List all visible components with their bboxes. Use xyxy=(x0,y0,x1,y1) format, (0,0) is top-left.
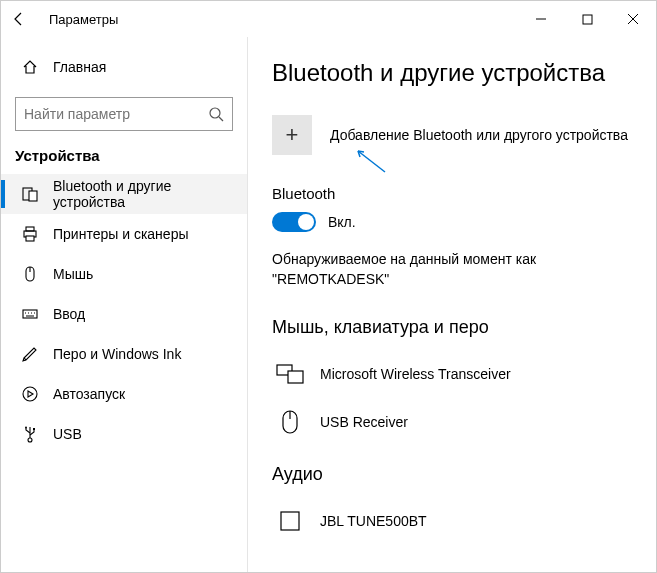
svg-point-20 xyxy=(25,427,27,429)
headphones-icon xyxy=(272,509,308,533)
home-label: Главная xyxy=(53,59,106,75)
toggle-state: Вкл. xyxy=(328,214,356,230)
device-label: Microsoft Wireless Transceiver xyxy=(320,366,511,382)
nav-label: Ввод xyxy=(53,306,85,322)
bluetooth-label: Bluetooth xyxy=(272,185,638,202)
svg-rect-11 xyxy=(23,310,37,318)
svg-point-17 xyxy=(23,387,37,401)
group-audio-title: Аудио xyxy=(272,464,638,485)
arrow-annotation xyxy=(350,147,390,177)
add-device-row[interactable]: + Добавление Bluetooth или другого устро… xyxy=(272,115,638,155)
bluetooth-toggle-row: Вкл. xyxy=(272,212,638,232)
search-icon xyxy=(208,106,224,122)
nav-label: Автозапуск xyxy=(53,386,125,402)
plus-icon: + xyxy=(286,122,299,148)
keyboard-icon xyxy=(19,305,41,323)
device-label: JBL TUNE500BT xyxy=(320,513,427,529)
nav-printers[interactable]: Принтеры и сканеры xyxy=(1,214,247,254)
back-button[interactable] xyxy=(11,11,39,27)
minimize-button[interactable] xyxy=(518,1,564,37)
svg-rect-8 xyxy=(26,236,34,241)
bluetooth-toggle[interactable] xyxy=(272,212,316,232)
svg-rect-27 xyxy=(281,512,299,530)
svg-line-22 xyxy=(358,151,385,172)
nav-label: Принтеры и сканеры xyxy=(53,226,188,242)
svg-point-2 xyxy=(210,108,220,118)
device-item[interactable]: JBL TUNE500BT xyxy=(272,497,638,545)
svg-line-3 xyxy=(219,117,223,121)
nav-bluetooth[interactable]: Bluetooth и другие устройства xyxy=(1,174,247,214)
home-icon xyxy=(19,58,41,76)
nav-label: Bluetooth и другие устройства xyxy=(53,178,247,210)
add-label: Добавление Bluetooth или другого устройс… xyxy=(330,127,628,143)
nav-pen[interactable]: Перо и Windows Ink xyxy=(1,334,247,374)
devices-icon xyxy=(19,185,41,203)
svg-rect-5 xyxy=(29,191,37,201)
svg-rect-21 xyxy=(33,428,35,430)
mouse-device-icon xyxy=(272,409,308,435)
device-label: USB Receiver xyxy=(320,414,408,430)
main-panel: Bluetooth и другие устройства + Добавлен… xyxy=(248,37,656,572)
nav-label: Перо и Windows Ink xyxy=(53,346,181,362)
svg-rect-7 xyxy=(26,227,34,231)
mouse-icon xyxy=(19,265,41,283)
nav-label: Мышь xyxy=(53,266,93,282)
sidebar: Главная Устройства Bluetooth и другие ус… xyxy=(1,37,248,572)
svg-rect-1 xyxy=(583,15,592,24)
add-button[interactable]: + xyxy=(272,115,312,155)
svg-rect-24 xyxy=(288,371,303,383)
printer-icon xyxy=(19,225,41,243)
device-item[interactable]: Microsoft Wireless Transceiver xyxy=(272,350,638,398)
discoverable-text: Обнаруживаемое на данный момент как "REM… xyxy=(272,250,638,289)
nav-autoplay[interactable]: Автозапуск xyxy=(1,374,247,414)
content-area: Главная Устройства Bluetooth и другие ус… xyxy=(1,37,656,572)
keyboard-device-icon xyxy=(272,363,308,385)
titlebar: Параметры xyxy=(1,1,656,37)
settings-window: Параметры Главная xyxy=(0,0,657,573)
svg-point-18 xyxy=(28,438,32,442)
page-title: Bluetooth и другие устройства xyxy=(272,59,638,87)
nav-mouse[interactable]: Мышь xyxy=(1,254,247,294)
search-input[interactable] xyxy=(24,106,208,122)
home-link[interactable]: Главная xyxy=(1,47,247,87)
maximize-button[interactable] xyxy=(564,1,610,37)
group-mouse-title: Мышь, клавиатура и перо xyxy=(272,317,638,338)
usb-icon xyxy=(19,425,41,443)
close-button[interactable] xyxy=(610,1,656,37)
section-title: Устройства xyxy=(1,141,247,174)
nav-label: USB xyxy=(53,426,82,442)
toggle-knob xyxy=(298,214,314,230)
device-item[interactable]: USB Receiver xyxy=(272,398,638,446)
window-title: Параметры xyxy=(49,12,118,27)
nav-typing[interactable]: Ввод xyxy=(1,294,247,334)
window-controls xyxy=(518,1,656,37)
nav-usb[interactable]: USB xyxy=(1,414,247,454)
pen-icon xyxy=(19,345,41,363)
search-box[interactable] xyxy=(15,97,233,131)
autoplay-icon xyxy=(19,385,41,403)
